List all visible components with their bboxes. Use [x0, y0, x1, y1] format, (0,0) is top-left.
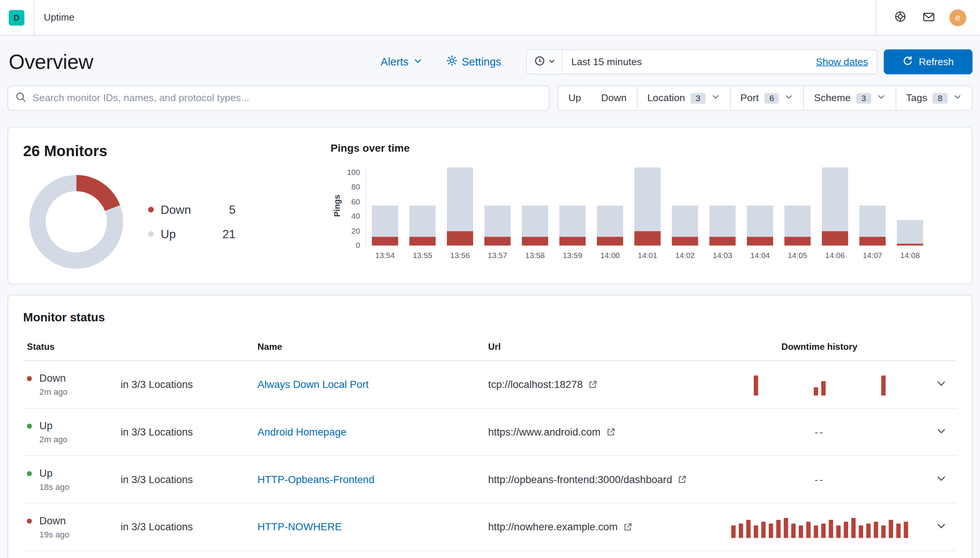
expand-row-button[interactable]	[933, 376, 949, 394]
time-range-display[interactable]: Last 15 minutes	[563, 56, 816, 67]
expand-row-button[interactable]	[933, 470, 949, 488]
last-check-time: 2m ago	[23, 387, 121, 397]
downtime-bar	[753, 375, 758, 395]
settings-button[interactable]: Settings	[446, 55, 501, 69]
pings-up-segment	[522, 205, 548, 237]
table-row: Down 19s ago in 3/3 Locations HTTP-NOWHE…	[23, 504, 957, 551]
locations-cell: in 3/3 Locations	[121, 379, 258, 391]
filter-tags-button[interactable]: Tags 8	[895, 86, 972, 110]
downtime-bar	[836, 526, 840, 538]
pings-down-segment	[559, 237, 586, 245]
filter-up-button[interactable]: Up	[558, 86, 591, 110]
monitors-overview-panel: 26 Monitors Down 5 Up 21	[8, 127, 972, 284]
column-header-url: Url	[488, 342, 726, 352]
last-check-time: 2m ago	[23, 435, 121, 444]
downtime-bar	[753, 526, 758, 538]
pings-up-segment	[859, 205, 886, 237]
search-input[interactable]	[33, 92, 541, 104]
pings-down-segment	[747, 237, 773, 245]
expand-row-button[interactable]	[933, 518, 949, 536]
pings-down-segment	[484, 237, 511, 245]
downtime-bar	[859, 526, 863, 538]
filter-count-badge: 6	[764, 93, 779, 103]
filter-location-button[interactable]: Location 3	[637, 86, 730, 110]
monitor-name-link[interactable]: HTTP-Opbeans-Frontend	[258, 474, 374, 485]
pings-bar-group: 14:02	[666, 166, 704, 246]
legend-label: Down	[161, 203, 191, 217]
status-label: Up	[39, 420, 53, 432]
topbar-divider	[875, 0, 876, 35]
user-avatar[interactable]: e	[949, 9, 966, 26]
quick-select-button[interactable]	[527, 50, 562, 74]
app-root: D Uptime e Overview Alerts	[0, 0, 980, 558]
downtime-bar	[866, 524, 871, 537]
pings-bar-group: 14:00	[591, 166, 629, 246]
y-axis-label: Pings	[331, 166, 343, 246]
refresh-button[interactable]: Refresh	[884, 49, 972, 74]
pings-up-segment	[672, 205, 698, 237]
downtime-bar	[881, 526, 886, 538]
pings-down-segment	[785, 237, 811, 245]
filter-down-button[interactable]: Down	[591, 86, 637, 110]
downtime-bar	[746, 520, 750, 538]
search-box	[8, 86, 550, 111]
monitor-name-link[interactable]: HTTP-NOWHERE	[258, 521, 341, 532]
locations-cell: in 3/3 Locations	[121, 521, 258, 533]
filter-scheme-button[interactable]: Scheme 3	[804, 86, 896, 110]
y-axis-tick: 20	[351, 226, 360, 235]
downtime-bar	[889, 520, 893, 538]
external-link-icon[interactable]	[623, 522, 633, 532]
downtime-history-cell	[726, 374, 913, 396]
status-cell: Down 2m ago	[23, 372, 121, 397]
legend-value: 21	[223, 227, 236, 241]
downtime-history-cell	[726, 517, 913, 538]
monitor-status-panel: Monitor status Status Name Url Downtime …	[8, 295, 972, 558]
monitor-name-link[interactable]: Android Homepage	[258, 426, 346, 437]
chevron-down-icon	[877, 92, 885, 104]
expand-row-button[interactable]	[933, 423, 949, 441]
pings-bar-group: 14:07	[854, 166, 891, 246]
pings-bar-group: 14:01	[629, 166, 666, 246]
downtime-bar	[896, 524, 901, 537]
pings-bar-group: 14:06	[816, 166, 854, 246]
pings-down-segment	[597, 237, 623, 245]
external-link-icon[interactable]	[606, 427, 616, 437]
pings-bar-group: 13:56	[441, 166, 479, 246]
app-logo[interactable]: D	[8, 10, 25, 25]
alerts-menu-button[interactable]: Alerts	[381, 56, 422, 69]
downtime-history-cell: --	[726, 469, 913, 490]
table-row: Up 18s ago in 3/3 Locations HTTP-Opbeans…	[23, 456, 957, 504]
show-dates-button[interactable]: Show dates	[816, 56, 877, 67]
filter-port-button[interactable]: Port 6	[730, 86, 804, 110]
pings-bar-group: 13:55	[404, 166, 441, 246]
pings-up-segment	[409, 205, 436, 237]
downtime-bar	[813, 526, 818, 538]
chevron-down-icon	[413, 56, 422, 69]
newsfeed-button[interactable]	[914, 0, 943, 35]
external-link-icon[interactable]	[678, 475, 687, 484]
external-link-icon[interactable]	[589, 380, 598, 389]
pings-up-segment	[447, 167, 473, 231]
downtime-bar	[761, 522, 765, 538]
table-row: Up 2m ago in 3/3 Locations Android Homep…	[23, 409, 957, 456]
pings-bar-group: 13:57	[479, 166, 516, 246]
top-bar: D Uptime e	[0, 0, 980, 36]
downtime-sparkline	[731, 517, 908, 538]
filter-count-badge: 8	[933, 93, 947, 103]
pings-bar-group: 14:05	[779, 166, 816, 246]
pings-bar-group: 13:58	[516, 166, 554, 246]
chevron-down-icon	[953, 92, 962, 104]
status-cell: Down 19s ago	[23, 515, 121, 539]
filter-label: Port	[740, 92, 758, 104]
monitor-name-link[interactable]: Always Down Local Port	[258, 379, 369, 390]
help-button[interactable]	[886, 0, 914, 35]
table-row: Down 2m ago in 3/3 Locations Always Down…	[23, 361, 957, 409]
monitor-status-title: Monitor status	[23, 310, 957, 324]
y-axis-tick: 0	[356, 241, 360, 250]
breadcrumb[interactable]: Uptime	[44, 12, 75, 23]
monitor-url: http://opbeans-frontend:3000/dashboard	[488, 474, 672, 486]
monitors-count-title: 26 Monitors	[23, 142, 316, 160]
monitors-summary: 26 Monitors Down 5 Up 21	[23, 142, 316, 269]
filter-count-badge: 3	[691, 93, 706, 103]
filter-label: Scheme	[814, 92, 851, 104]
